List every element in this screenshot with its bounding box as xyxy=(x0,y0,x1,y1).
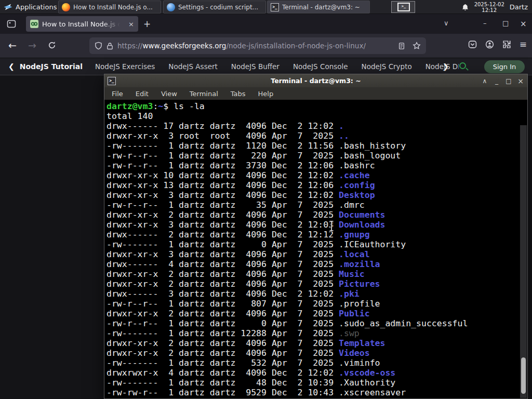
list-all-tabs-icon[interactable]: ∨ xyxy=(444,19,449,27)
url-bar[interactable]: https://www.geeksforgeeks.org/node-js/in… xyxy=(89,37,426,54)
terminal-line: drwxr-xr-x 3 root root 4096 Apr 7 2025 .… xyxy=(107,131,527,141)
reader-mode-icon[interactable] xyxy=(398,42,405,50)
file-name: .viminfo xyxy=(339,358,380,368)
menu-terminal[interactable]: Terminal xyxy=(190,90,218,98)
pocket-icon[interactable] xyxy=(468,40,477,49)
lock-icon[interactable] xyxy=(107,42,113,50)
notification-bell-icon[interactable] xyxy=(461,3,469,11)
terminal-line: drwxr-xr-x 2 dartz dartz 4096 Apr 7 2025… xyxy=(107,269,527,279)
terminal-line: drwxr-xr-x 2 dartz dartz 4096 Apr 7 2025… xyxy=(107,338,527,348)
taskbar-button-codium[interactable]: Settings - codium script... xyxy=(163,1,266,14)
nav-items: NodeJS Exercises NodeJS Assert NodeJS Bu… xyxy=(95,62,459,71)
prompt-path: ~ xyxy=(158,101,163,111)
nav-item-nodejs-tutorial[interactable]: NodeJS Tutorial xyxy=(20,62,83,71)
new-tab-button[interactable]: + xyxy=(143,20,151,28)
file-name: .local xyxy=(339,249,370,259)
menu-help[interactable]: Help xyxy=(258,90,274,98)
panel-user-label[interactable]: Dartz xyxy=(510,3,528,11)
terminal-line: drwxr-xr-x 2 dartz dartz 4096 Apr 7 2025… xyxy=(107,279,527,289)
terminal-line: drwx------ 3 dartz dartz 4096 Dec 2 12:0… xyxy=(107,289,527,299)
menu-view[interactable]: View xyxy=(161,90,177,98)
window-maximize-button[interactable]: □ xyxy=(502,19,509,27)
file-name: .bash_logout xyxy=(339,151,401,161)
window-minimize-button[interactable]: – xyxy=(483,19,487,27)
prompt-line: dartz@vm3:~$ ls -la xyxy=(107,101,527,111)
clock-date: 2025-12-02 xyxy=(474,2,504,7)
applications-label: Applications xyxy=(16,3,57,11)
xfce-panel: Applications ≡ How to Install Node.js o.… xyxy=(0,0,532,14)
terminal-line: -rw-r--r-- 1 dartz dartz 0 Apr 7 2025 .s… xyxy=(107,318,527,328)
panel-tray: 2025-12-02 12:12 Dartz xyxy=(461,0,532,14)
mouse-ibeam-cursor xyxy=(328,220,335,232)
terminal-line: -rw-r--r-- 1 dartz dartz 35 Apr 7 2025 .… xyxy=(107,200,527,210)
forward-button[interactable]: → xyxy=(28,39,36,51)
terminal-window: >_ Terminal - dartz@vm3: ~ ∧ _ □ × File … xyxy=(104,74,528,399)
shade-button[interactable]: ∧ xyxy=(481,77,488,85)
file-name: Downloads xyxy=(339,220,385,230)
tab-title: How to Install Node.js on xyxy=(42,20,120,28)
tab-close-icon[interactable]: × xyxy=(128,21,134,28)
terminal-line: drwxr-xr-x 3 dartz dartz 4096 Dec 2 12:0… xyxy=(107,220,527,230)
nav-item[interactable]: NodeJS DNS xyxy=(425,62,459,71)
site-navbar: ❮ NodeJS Tutorial NodeJS Exercises NodeJ… xyxy=(0,58,532,75)
terminal-output: dartz@vm3:~$ ls -la total 140 drwx------… xyxy=(104,100,527,398)
nav-scroll-right-icon[interactable]: ❯ xyxy=(443,62,449,71)
terminal-line: drwxrwxr-x 4 dartz dartz 4096 Dec 2 12:0… xyxy=(107,368,527,378)
nav-item[interactable]: NodeJS Assert xyxy=(168,62,218,71)
workspace-pager[interactable]: >_ xyxy=(391,1,415,13)
reload-button[interactable] xyxy=(48,41,56,49)
scrollbar-thumb[interactable] xyxy=(521,357,526,394)
total-line: total 140 xyxy=(107,111,527,121)
url-path: /node-js/installation-of-node-js-on-linu… xyxy=(226,42,366,50)
back-button[interactable]: ← xyxy=(8,39,17,51)
firefox-view-icon[interactable] xyxy=(6,19,17,29)
terminal-line: drwxr-xr-x 2 dartz dartz 4096 Apr 7 2025… xyxy=(107,210,527,220)
taskbar-button-terminal[interactable]: >_ Terminal - dartz@vm3: ~ xyxy=(267,1,370,14)
nav-item[interactable]: NodeJS Crypto xyxy=(362,62,412,71)
terminal-line: -rw-r--r-- 1 dartz dartz 3730 Dec 2 12:0… xyxy=(107,161,527,170)
close-button[interactable]: × xyxy=(517,77,524,85)
prompt-user-host: dartz@vm3 xyxy=(107,101,153,111)
nav-item[interactable]: NodeJS Console xyxy=(293,62,348,71)
file-name: .bashrc xyxy=(339,161,375,170)
terminal-titlebar[interactable]: >_ Terminal - dartz@vm3: ~ ∧ _ □ × xyxy=(104,74,527,87)
terminal-line: -rw-r--r-- 1 dartz dartz 220 Apr 7 2025 … xyxy=(107,151,527,161)
extensions-puzzle-icon[interactable] xyxy=(502,40,511,49)
search-icon[interactable] xyxy=(459,62,468,71)
terminal-line: drwxr-xr-x 2 dartz dartz 4096 Apr 7 2025… xyxy=(107,309,527,318)
terminal-line: drwx------ 17 dartz dartz 4096 Dec 2 12:… xyxy=(107,121,527,131)
distro-logo-icon xyxy=(4,3,12,11)
menu-edit[interactable]: Edit xyxy=(136,90,149,98)
menu-file[interactable]: File xyxy=(112,90,123,98)
file-name: .Xauthority xyxy=(339,378,395,388)
maximize-button[interactable]: □ xyxy=(505,77,512,85)
taskbar-label: How to Install Node.js o... xyxy=(73,4,153,11)
geeksforgeeks-favicon xyxy=(30,20,38,28)
minimize-button[interactable]: _ xyxy=(493,77,500,85)
terminal-window-controls: ∧ _ □ × xyxy=(481,74,524,87)
terminal-line: drwxr-xr-x 2 dartz dartz 4096 Apr 7 2025… xyxy=(107,348,527,358)
window-close-button[interactable]: × xyxy=(520,19,527,29)
file-name: .dmrc xyxy=(339,200,365,210)
nav-item[interactable]: NodeJS Buffer xyxy=(231,62,280,71)
file-name: Public xyxy=(339,309,370,318)
command-text: ls -la xyxy=(168,101,205,111)
menu-tabs[interactable]: Tabs xyxy=(231,90,246,98)
nav-scroll-left-icon[interactable]: ❮ xyxy=(8,62,15,71)
firefox-toolbar: ← → https://www.geeksforgeeks.org/node-j… xyxy=(0,34,532,58)
file-name: Desktop xyxy=(339,190,375,200)
taskbar-label: Terminal - dartz@vm3: ~ xyxy=(282,4,360,11)
tracking-protection-shield-icon[interactable] xyxy=(95,42,102,50)
taskbar-button-firefox[interactable]: How to Install Node.js o... xyxy=(58,1,161,14)
signin-button[interactable]: Sign In xyxy=(484,60,525,73)
app-menu-icon[interactable]: ≡ xyxy=(520,40,527,49)
pager-window-terminal-icon: >_ xyxy=(397,3,410,11)
nav-item[interactable]: NodeJS Exercises xyxy=(95,62,155,71)
bookmark-star-icon[interactable] xyxy=(413,42,421,50)
taskbar-label: Settings - codium script... xyxy=(178,4,258,11)
account-icon[interactable] xyxy=(485,40,494,49)
panel-clock[interactable]: 2025-12-02 12:12 xyxy=(474,2,504,13)
file-name: Videos xyxy=(339,348,370,358)
terminal-line: -rw------- 1 dartz dartz 12288 Apr 7 202… xyxy=(107,328,527,338)
browser-tab-active[interactable]: How to Install Node.js on × xyxy=(26,16,138,32)
